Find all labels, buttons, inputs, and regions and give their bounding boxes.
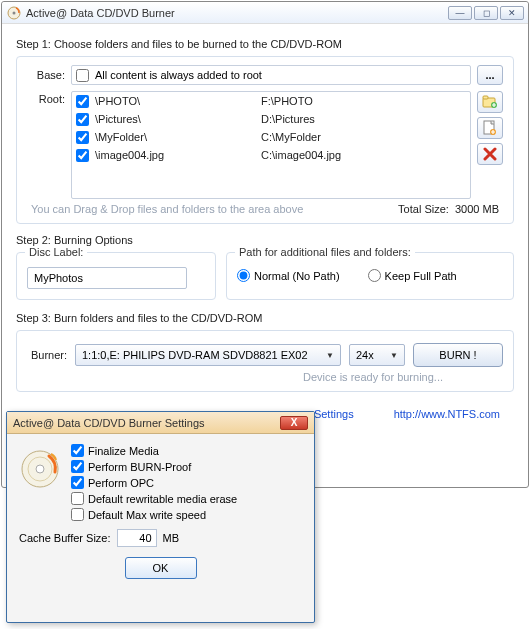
- app-icon: [6, 5, 22, 21]
- svg-point-1: [13, 11, 16, 14]
- ok-button[interactable]: OK: [125, 557, 197, 579]
- browse-button[interactable]: ...: [477, 65, 503, 85]
- dialog-title: Active@ Data CD/DVD Burner Settings: [13, 417, 280, 429]
- disc-label-legend: Disc Label:: [25, 246, 87, 258]
- window-title: Active@ Data CD/DVD Burner: [26, 7, 448, 19]
- cache-unit: MB: [163, 532, 180, 544]
- titlebar: Active@ Data CD/DVD Burner — ◻ ✕: [2, 2, 528, 24]
- disc-label-input[interactable]: [27, 267, 187, 289]
- base-text: All content is always added to root: [95, 69, 262, 81]
- item-checkbox[interactable]: [76, 131, 89, 144]
- add-file-button[interactable]: [477, 117, 503, 139]
- opt-rewritable[interactable]: Default rewritable media erase: [71, 492, 302, 505]
- item-checkbox[interactable]: [76, 95, 89, 108]
- radio-normal[interactable]: Normal (No Path): [237, 269, 340, 282]
- remove-button[interactable]: [477, 143, 503, 165]
- list-item[interactable]: \image004.jpg C:\image004.jpg: [72, 146, 470, 164]
- cache-label: Cache Buffer Size:: [19, 532, 111, 544]
- burner-status: Device is ready for burning...: [27, 371, 503, 383]
- chevron-down-icon: ▼: [390, 351, 398, 360]
- opt-maxspeed[interactable]: Default Max write speed: [71, 508, 302, 521]
- base-checkbox[interactable]: [76, 69, 89, 82]
- window-buttons: — ◻ ✕: [448, 6, 524, 20]
- burner-label: Burner:: [27, 349, 67, 361]
- add-folder-button[interactable]: [477, 91, 503, 113]
- chevron-down-icon: ▼: [326, 351, 334, 360]
- burn-button[interactable]: BURN !: [413, 343, 503, 367]
- cd-icon: [19, 448, 61, 490]
- dialog-titlebar: Active@ Data CD/DVD Burner Settings X: [7, 412, 314, 434]
- opt-opc[interactable]: Perform OPC: [71, 476, 302, 489]
- close-button[interactable]: ✕: [500, 6, 524, 20]
- list-item[interactable]: \PHOTO\ F:\PHOTO: [72, 92, 470, 110]
- step3-label: Step 3: Burn folders and files to the CD…: [16, 312, 514, 324]
- base-box: All content is always added to root: [71, 65, 471, 85]
- settings-dialog: Active@ Data CD/DVD Burner Settings X Fi…: [6, 411, 315, 623]
- step2-label: Step 2: Burning Options: [16, 234, 514, 246]
- step3-panel: Burner: 1:1:0,E: PHILIPS DVD-RAM SDVD882…: [16, 330, 514, 392]
- step1-panel: Base: All content is always added to roo…: [16, 56, 514, 224]
- settings-link[interactable]: Settings: [314, 408, 354, 420]
- radio-keep-path[interactable]: Keep Full Path: [368, 269, 457, 282]
- list-item[interactable]: \MyFolder\ C:\MyFolder: [72, 128, 470, 146]
- item-checkbox[interactable]: [76, 113, 89, 126]
- root-list[interactable]: \PHOTO\ F:\PHOTO \Pictures\ D:\Pictures …: [71, 91, 471, 199]
- ntfs-link[interactable]: http://www.NTFS.com: [394, 408, 500, 420]
- minimize-button[interactable]: —: [448, 6, 472, 20]
- opt-burnproof[interactable]: Perform BURN-Proof: [71, 460, 302, 473]
- burner-select[interactable]: 1:1:0,E: PHILIPS DVD-RAM SDVD8821 EX02▼: [75, 344, 341, 366]
- maximize-button[interactable]: ◻: [474, 6, 498, 20]
- speed-select[interactable]: 24x▼: [349, 344, 405, 366]
- cache-input[interactable]: [117, 529, 157, 547]
- item-checkbox[interactable]: [76, 149, 89, 162]
- base-label: Base:: [27, 69, 65, 81]
- opt-finalize[interactable]: Finalize Media: [71, 444, 302, 457]
- list-item[interactable]: \Pictures\ D:\Pictures: [72, 110, 470, 128]
- root-label: Root:: [27, 91, 65, 199]
- path-group: Path for additional files and folders: N…: [226, 252, 514, 300]
- drag-hint: You can Drag & Drop files and folders to…: [31, 203, 398, 215]
- step1-label: Step 1: Choose folders and files to be b…: [16, 38, 514, 50]
- total-size-label: Total Size:: [398, 203, 449, 215]
- total-size-value: 3000 MB: [455, 203, 499, 215]
- svg-rect-3: [483, 96, 488, 99]
- svg-point-9: [36, 465, 44, 473]
- path-legend: Path for additional files and folders:: [235, 246, 415, 258]
- dialog-close-button[interactable]: X: [280, 416, 308, 430]
- disc-label-group: Disc Label:: [16, 252, 216, 300]
